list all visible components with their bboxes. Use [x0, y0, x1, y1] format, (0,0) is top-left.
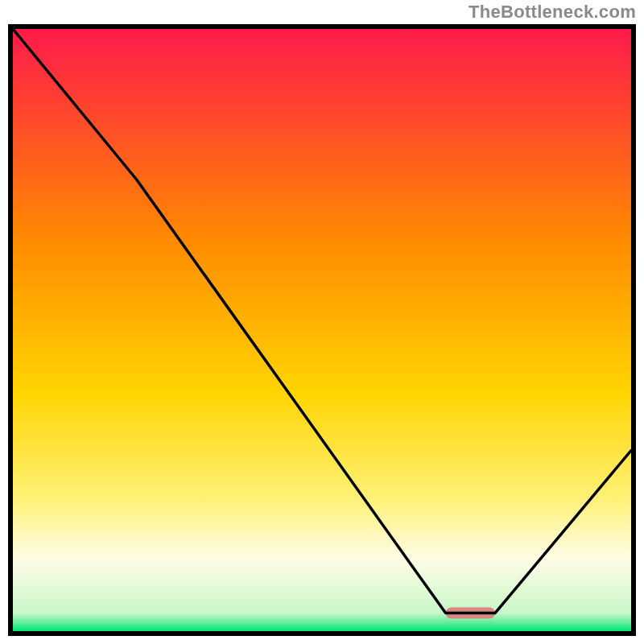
chart-background	[13, 29, 631, 631]
chart-svg	[13, 29, 631, 631]
watermark-text: TheBottleneck.com	[469, 2, 636, 23]
bottleneck-chart	[8, 24, 636, 636]
